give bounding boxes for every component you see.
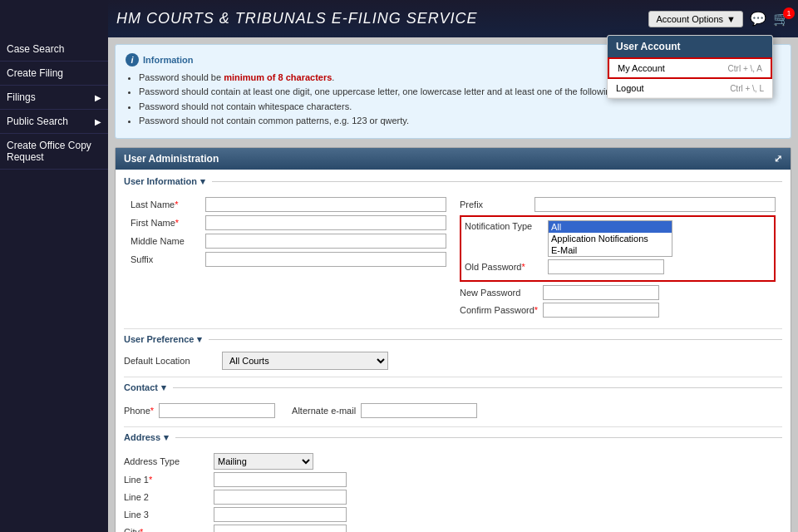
phone-input[interactable] <box>159 403 275 418</box>
sidebar-item-office-copy[interactable]: Create Office Copy Request <box>0 134 108 170</box>
main-layout: Case Search Create Filing Filings ▶ Publ… <box>0 37 798 532</box>
user-admin-section: User Administration ⤢ User Information ▾… <box>115 147 791 532</box>
sidebar-create-filing-label: Create Filing <box>7 67 63 79</box>
sidebar: Case Search Create Filing Filings ▶ Publ… <box>0 37 108 532</box>
first-name-required: * <box>175 218 179 228</box>
expand-icon[interactable]: ⤢ <box>774 153 782 165</box>
alt-email-input[interactable] <box>361 403 477 418</box>
my-account-item[interactable]: My Account Ctrl + \, A <box>608 57 772 79</box>
new-password-row: New Password <box>460 285 776 300</box>
user-info-label: User Information <box>124 176 197 186</box>
info-icon: i <box>126 53 139 66</box>
old-password-row: Old Password* <box>465 259 771 274</box>
line3-label: Line 3 <box>124 510 207 520</box>
logout-label: Logout <box>616 83 644 93</box>
old-password-label: Old Password* <box>465 262 548 272</box>
address-type-select[interactable]: Mailing <box>214 453 313 470</box>
sidebar-item-case-search[interactable]: Case Search <box>0 37 108 62</box>
address-type-label: Address Type <box>124 456 207 466</box>
user-admin-content: User Information ▾ Last Name* <box>116 170 791 532</box>
prefix-row: Prefix <box>460 197 776 212</box>
last-name-label: Last Name* <box>131 200 205 209</box>
notification-select[interactable]: All Application Notifications E-Mail <box>548 220 672 257</box>
chat-icon: 💬 <box>750 12 766 26</box>
contact-toggle[interactable]: ▾ <box>161 382 166 393</box>
last-name-input[interactable] <box>205 197 446 212</box>
line1-input[interactable] <box>214 472 347 487</box>
user-pref-section: Default Location All Courts <box>124 352 782 370</box>
default-location-select[interactable]: All Courts <box>222 352 388 370</box>
user-pref-subheader: User Preference ▾ <box>124 334 782 345</box>
cart-badge: 1 <box>783 7 795 19</box>
app-header: HM Courts & Tribunals E-Filing Service A… <box>0 0 798 37</box>
contact-subheader: Contact ▾ <box>124 382 782 393</box>
user-pref-toggle[interactable]: ▾ <box>197 334 202 345</box>
public-search-arrow-icon: ▶ <box>95 117 101 126</box>
notif-option-email[interactable]: E-Mail <box>549 244 672 256</box>
old-password-input[interactable] <box>548 259 664 274</box>
form-right: Prefix Notification Type <box>453 194 782 323</box>
notification-box: Notification Type All Application Notifi… <box>460 215 776 282</box>
dropdown-title: User Account <box>616 41 681 52</box>
sidebar-item-create-filing[interactable]: Create Filing <box>0 62 108 86</box>
line2-label: Line 2 <box>124 492 207 502</box>
sidebar-filings-label: Filings <box>7 91 36 103</box>
user-admin-header: User Administration ⤢ <box>116 148 791 170</box>
my-account-shortcut: Ctrl + \, A <box>728 64 762 73</box>
last-name-required: * <box>175 200 178 209</box>
address-toggle[interactable]: ▾ <box>164 432 169 443</box>
middle-name-input[interactable] <box>205 234 446 249</box>
confirm-password-row: Confirm Password* <box>460 303 776 318</box>
address-subheader: Address ▾ <box>124 432 782 443</box>
confirm-password-input[interactable] <box>543 303 659 318</box>
chat-icon-wrapper[interactable]: 💬 <box>750 11 766 27</box>
alt-email-group: Alternate e-mail <box>292 403 477 418</box>
sidebar-item-filings[interactable]: Filings ▶ <box>0 86 108 110</box>
first-name-input[interactable] <box>205 215 446 230</box>
user-info-form: Last Name* First Name* Mid <box>124 194 782 323</box>
my-account-label: My Account <box>618 63 665 73</box>
cart-icon-wrapper[interactable]: 🛒 1 <box>773 11 790 27</box>
user-info-subheader: User Information ▾ <box>124 176 782 187</box>
sep3 <box>124 426 782 427</box>
suffix-input[interactable] <box>205 252 446 267</box>
suffix-row: Suffix <box>131 252 446 267</box>
user-account-dropdown: User Account My Account Ctrl + \, A Logo… <box>607 35 773 99</box>
city-input[interactable] <box>214 525 347 532</box>
notif-option-app[interactable]: Application Notifications <box>549 233 672 244</box>
default-location-label: Default Location <box>124 356 215 366</box>
sep2 <box>124 377 782 377</box>
notif-option-all[interactable]: All <box>549 221 672 233</box>
header-controls: Account Options ▼ 💬 🛒 1 <box>648 11 790 27</box>
logout-item[interactable]: Logout Ctrl + \, L <box>608 79 772 98</box>
suffix-label: Suffix <box>131 254 205 264</box>
sidebar-case-search-label: Case Search <box>7 43 64 55</box>
user-admin-title: User Administration <box>124 153 219 165</box>
first-name-row: First Name* <box>131 215 446 230</box>
filings-arrow-icon: ▶ <box>95 93 101 102</box>
last-name-row: Last Name* <box>131 197 446 212</box>
alt-email-label: Alternate e-mail <box>292 406 356 416</box>
city-label: City* <box>124 527 207 532</box>
address-grid: Address Type Mailing Line 1* Line 2 Line… <box>124 450 782 532</box>
notification-type-row: Notification Type All Application Notifi… <box>465 220 771 257</box>
prefix-input[interactable] <box>534 197 776 212</box>
notification-options: All Application Notifications E-Mail <box>549 221 672 256</box>
confirm-password-label: Confirm Password* <box>460 305 543 315</box>
user-info-toggle[interactable]: ▾ <box>200 176 205 187</box>
line3-input[interactable] <box>214 507 347 522</box>
sidebar-item-public-search[interactable]: Public Search ▶ <box>0 110 108 134</box>
info-bullet-3: Password should not contain whitespace c… <box>139 101 781 113</box>
sep1 <box>124 328 782 329</box>
account-options-arrow: ▼ <box>727 14 736 24</box>
phone-label: Phone* <box>124 406 154 416</box>
line2-input[interactable] <box>214 490 347 505</box>
middle-name-label: Middle Name <box>131 236 205 246</box>
first-name-label: First Name* <box>131 218 205 228</box>
new-password-input[interactable] <box>543 285 659 300</box>
dropdown-header: User Account <box>608 36 772 57</box>
account-options-button[interactable]: Account Options ▼ <box>648 11 743 27</box>
account-options-label: Account Options <box>656 14 723 24</box>
new-password-label: New Password <box>460 288 543 298</box>
main-content: i Information Password should be minimum… <box>108 37 798 532</box>
